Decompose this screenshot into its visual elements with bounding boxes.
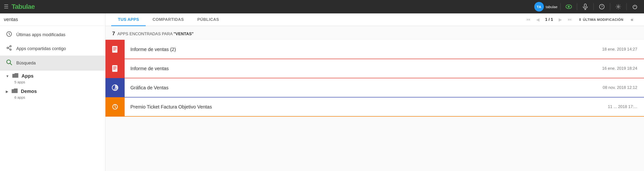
sidebar-search: [0, 13, 105, 26]
svg-rect-17: [113, 47, 116, 48]
svg-line-13: [8, 47, 10, 48]
results-query: "VENTAS": [174, 32, 194, 36]
sort-icon: ⇕: [578, 18, 582, 21]
app-date-informe: 16 ene. 2019 18:24: [602, 66, 644, 71]
svg-rect-2: [584, 4, 586, 7]
app-date-grafica: 08 nov. 2018 12:12: [603, 85, 644, 90]
app-date-premio: 11 ... 2018 17:...: [608, 104, 644, 109]
separator: [560, 3, 560, 10]
svg-rect-22: [113, 68, 116, 68]
sidebar-folder-demos-header: ▶ Demos: [6, 88, 100, 95]
page-current: 1: [545, 17, 547, 22]
username: tabulae: [546, 5, 558, 9]
power-icon[interactable]: [630, 1, 640, 12]
app-date-informe2: 18 ene. 2019 14:27: [602, 47, 644, 52]
tab-tus-apps[interactable]: TUS APPS: [111, 13, 146, 26]
sidebar-item-search[interactable]: Búsqueda: [0, 56, 105, 71]
app-name-premio: Premio Ticket Factura Objetivo Ventas: [125, 104, 608, 110]
sidebar-item-search-label: Búsqueda: [16, 61, 36, 66]
svg-text:?: ?: [601, 5, 603, 9]
last-page-button[interactable]: ⏭: [566, 15, 574, 24]
separator4: [610, 3, 610, 10]
folder-apps-name: Apps: [22, 73, 34, 79]
svg-rect-16: [112, 46, 118, 53]
sidebar-item-shared-label: Apps compartidas contigo: [16, 46, 66, 51]
sort-button[interactable]: ⇕ ÚLTIMA MODIFICACIÓN: [575, 16, 627, 23]
prev-page-button[interactable]: ◀: [534, 15, 542, 24]
folder-apps-arrow: ▼: [6, 74, 9, 78]
svg-rect-23: [113, 69, 116, 69]
separator2: [577, 3, 577, 10]
app-icon-informe2: [106, 40, 125, 59]
tab-publicas[interactable]: PÚBLICAS: [190, 13, 226, 26]
sort-label: ÚLTIMA MODIFICACIÓN: [583, 18, 624, 21]
folder-demos-arrow: ▶: [6, 90, 8, 93]
app-icon-informe: [106, 59, 125, 78]
svg-point-9: [10, 45, 11, 47]
svg-rect-21: [113, 67, 116, 67]
sidebar-folder-demos[interactable]: ▶ Demos 6 apps: [0, 86, 105, 101]
separator5: [626, 3, 627, 10]
app-name-informe2: Informe de ventas (2): [125, 47, 602, 52]
results-header: 7 APPS ENCONTRADAS PARA "VENTAS": [106, 26, 644, 40]
search-icon: [6, 59, 12, 67]
sidebar-nav: Últimas apps modificadas Apps compartida…: [0, 26, 105, 171]
settings-icon[interactable]: [613, 1, 624, 12]
page-total: 1: [551, 17, 553, 22]
avatar: TA: [534, 2, 544, 11]
page-separator: /: [548, 17, 551, 22]
app-row[interactable]: Gráfica de Ventas 08 nov. 2018 12:12: [106, 78, 644, 97]
app-row[interactable]: Premio Ticket Factura Objetivo Ventas 11…: [106, 97, 644, 117]
main-layout: Últimas apps modificadas Apps compartida…: [0, 13, 644, 171]
eye-icon[interactable]: [564, 1, 574, 12]
folder-demos-icon: [11, 88, 18, 95]
svg-line-12: [8, 48, 10, 49]
menu-icon[interactable]: ☰: [4, 3, 9, 10]
tab-compartidas[interactable]: COMPARTIDAS: [146, 13, 190, 26]
tabs-right: ⏮ ◀ 1 / 1 ▶ ⏭ ⇕ ÚLTIMA MODIFICACIÓN «: [522, 13, 638, 26]
folder-demos-name: Demos: [21, 89, 37, 94]
results-area: 7 APPS ENCONTRADAS PARA "VENTAS" Informe…: [106, 26, 644, 171]
share-icon: [6, 45, 12, 52]
logo-text: Tabulae: [12, 3, 35, 10]
svg-point-7: [618, 6, 619, 8]
navbar-logo: Tabulae: [12, 3, 35, 10]
app-icon-grafica: [106, 78, 125, 97]
svg-rect-19: [113, 50, 116, 50]
next-page-button[interactable]: ▶: [556, 15, 565, 24]
svg-rect-20: [112, 65, 118, 72]
folder-apps-count: 5 apps: [14, 80, 100, 84]
separator3: [594, 3, 594, 10]
sidebar-folder-apps[interactable]: ▼ Apps 5 apps: [0, 71, 105, 86]
content: TUS APPS COMPARTIDAS PÚBLICAS ⏮ ◀ 1 / 1 …: [106, 13, 644, 171]
results-label: APPS ENCONTRADAS PARA: [118, 32, 172, 36]
svg-point-10: [7, 47, 8, 49]
svg-point-1: [568, 6, 570, 8]
svg-point-14: [7, 60, 10, 64]
app-row[interactable]: Informe de ventas (2) 18 ene. 2019 14:27: [106, 40, 644, 59]
navbar: ☰ Tabulae TA tabulae: [0, 0, 644, 13]
folder-demos-count: 6 apps: [14, 95, 100, 99]
sidebar-item-shared[interactable]: Apps compartidas contigo: [0, 42, 105, 56]
sidebar-item-recent[interactable]: Últimas apps modificadas: [0, 28, 105, 42]
svg-rect-18: [113, 49, 116, 49]
app-name-grafica: Gráfica de Ventas: [125, 85, 603, 91]
sidebar-item-recent-label: Últimas apps modificadas: [16, 32, 66, 37]
navbar-right: TA tabulae ?: [534, 1, 640, 12]
page-info: 1 / 1: [543, 17, 555, 22]
app-name-informe: Informe de ventas: [125, 66, 602, 71]
tabs-bar: TUS APPS COMPARTIDAS PÚBLICAS ⏮ ◀ 1 / 1 …: [106, 13, 644, 26]
folder-apps-icon: [12, 73, 19, 80]
svg-line-15: [10, 63, 12, 65]
collapse-button[interactable]: «: [628, 15, 636, 24]
help-icon[interactable]: ?: [596, 1, 607, 12]
svg-point-11: [10, 49, 11, 50]
results-count: 7: [112, 30, 115, 36]
sidebar-folder-apps-header: ▼ Apps: [6, 73, 100, 80]
app-row[interactable]: Informe de ventas 16 ene. 2019 18:24: [106, 59, 644, 78]
search-input[interactable]: [4, 17, 102, 22]
mic-icon[interactable]: [580, 1, 590, 12]
first-page-button[interactable]: ⏮: [524, 15, 532, 24]
app-icon-premio: [106, 97, 125, 116]
sidebar: Últimas apps modificadas Apps compartida…: [0, 13, 106, 171]
